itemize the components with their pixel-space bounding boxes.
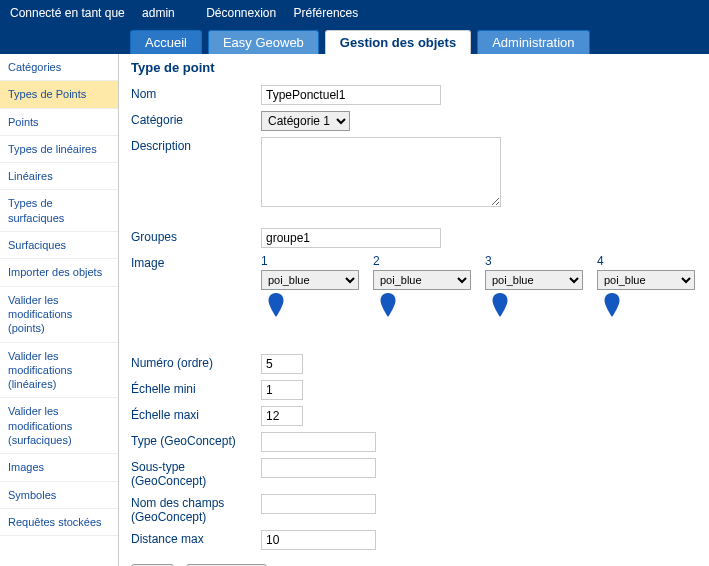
sidebar-item-valider-lineaires[interactable]: Valider les modifications (linéaires) (0, 343, 118, 399)
input-champs-gc[interactable] (261, 494, 376, 514)
label-numero: Numéro (ordre) (131, 354, 261, 370)
input-groupes[interactable] (261, 228, 441, 248)
image-num-2: 2 (373, 254, 473, 268)
image-col-2: 2 poi_blue (373, 254, 473, 320)
image-num-1: 1 (261, 254, 361, 268)
label-categorie: Catégorie (131, 111, 261, 127)
select-image-3[interactable]: poi_blue (485, 270, 583, 290)
input-distance-max[interactable] (261, 530, 376, 550)
tab-home[interactable]: Accueil (130, 30, 202, 54)
image-num-3: 3 (485, 254, 585, 268)
pin-icon (603, 293, 697, 320)
pin-icon (491, 293, 585, 320)
label-nom: Nom (131, 85, 261, 101)
content: Type de point Nom Catégorie Catégorie 1 … (119, 54, 709, 566)
logout-link[interactable]: Déconnexion (206, 6, 276, 20)
label-type-gc: Type (GeoConcept) (131, 432, 261, 448)
user-info: Connecté en tant que admin (10, 6, 189, 20)
sidebar-item-types-lineaires[interactable]: Types de linéaires (0, 136, 118, 163)
tab-admin[interactable]: Administration (477, 30, 589, 54)
pin-icon (379, 293, 473, 320)
label-image: Image (131, 254, 261, 270)
tab-geoweb[interactable]: Easy Geoweb (208, 30, 319, 54)
sidebar-item-points[interactable]: Points (0, 109, 118, 136)
input-type-gc[interactable] (261, 432, 376, 452)
sidebar-item-images[interactable]: Images (0, 454, 118, 481)
textarea-description[interactable] (261, 137, 501, 207)
image-col-1: 1 poi_blue (261, 254, 361, 320)
image-num-4: 4 (597, 254, 697, 268)
label-description: Description (131, 137, 261, 153)
sidebar-item-surfaciques[interactable]: Surfaciques (0, 232, 118, 259)
sidebar-item-importer[interactable]: Importer des objets (0, 259, 118, 286)
select-image-1[interactable]: poi_blue (261, 270, 359, 290)
image-col-4: 4 poi_blue (597, 254, 697, 320)
sidebar-item-types-surfaciques[interactable]: Types de surfaciques (0, 190, 118, 232)
sidebar-item-valider-surfaciques[interactable]: Valider les modifications (surfaciques) (0, 398, 118, 454)
sidebar-item-requetes[interactable]: Requêtes stockées (0, 509, 118, 536)
label-echelle-maxi: Échelle maxi (131, 406, 261, 422)
image-col-3: 3 poi_blue (485, 254, 585, 320)
sidebar-item-types-points[interactable]: Types de Points (0, 81, 118, 108)
label-echelle-mini: Échelle mini (131, 380, 261, 396)
pin-icon (267, 293, 361, 320)
page-title: Type de point (131, 60, 697, 75)
input-sous-type-gc[interactable] (261, 458, 376, 478)
sidebar-item-lineaires[interactable]: Linéaires (0, 163, 118, 190)
sidebar-item-categories[interactable]: Catégories (0, 54, 118, 81)
input-nom[interactable] (261, 85, 441, 105)
input-echelle-mini[interactable] (261, 380, 303, 400)
label-champs-gc: Nom des champs (GeoConcept) (131, 494, 261, 524)
select-categorie[interactable]: Catégorie 1 (261, 111, 350, 131)
tab-objects[interactable]: Gestion des objets (325, 30, 471, 54)
sidebar-item-symboles[interactable]: Symboles (0, 482, 118, 509)
label-sous-type-gc: Sous-type (GeoConcept) (131, 458, 261, 488)
sidebar: Catégories Types de Points Points Types … (0, 54, 119, 566)
label-distance-max: Distance max (131, 530, 261, 546)
sidebar-item-valider-points[interactable]: Valider les modifications (points) (0, 287, 118, 343)
prefs-link[interactable]: Préférences (294, 6, 359, 20)
topbar: Connecté en tant que admin Déconnexion P… (0, 0, 709, 26)
label-groupes: Groupes (131, 228, 261, 244)
select-image-4[interactable]: poi_blue (597, 270, 695, 290)
select-image-2[interactable]: poi_blue (373, 270, 471, 290)
input-numero[interactable] (261, 354, 303, 374)
tabbar: Accueil Easy Geoweb Gestion des objets A… (0, 26, 709, 54)
input-echelle-maxi[interactable] (261, 406, 303, 426)
images-row: 1 poi_blue 2 poi_blue 3 poi_blue (261, 254, 697, 320)
